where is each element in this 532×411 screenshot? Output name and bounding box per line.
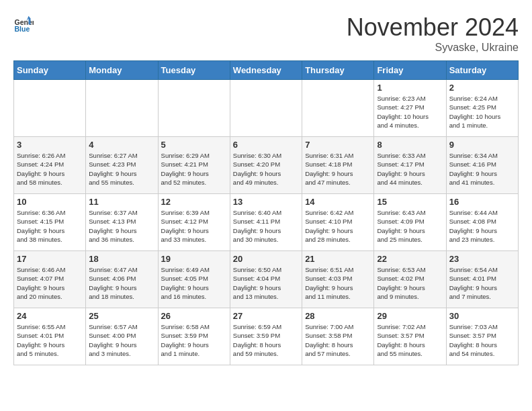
day-info: Sunrise: 6:30 AM Sunset: 4:20 PM Dayligh… bbox=[233, 151, 299, 187]
day-cell: 11Sunrise: 6:37 AM Sunset: 4:13 PM Dayli… bbox=[86, 194, 158, 251]
weekday-header-sunday: Sunday bbox=[14, 61, 86, 80]
day-cell: 12Sunrise: 6:39 AM Sunset: 4:12 PM Dayli… bbox=[158, 194, 230, 251]
day-cell: 10Sunrise: 6:36 AM Sunset: 4:15 PM Dayli… bbox=[14, 194, 86, 251]
day-number: 21 bbox=[305, 254, 371, 264]
day-info: Sunrise: 6:26 AM Sunset: 4:24 PM Dayligh… bbox=[17, 151, 83, 187]
day-cell: 23Sunrise: 6:54 AM Sunset: 4:01 PM Dayli… bbox=[446, 251, 518, 308]
day-info: Sunrise: 6:49 AM Sunset: 4:05 PM Dayligh… bbox=[161, 265, 227, 301]
month-title: November 2024 bbox=[347, 13, 519, 42]
day-info: Sunrise: 6:27 AM Sunset: 4:23 PM Dayligh… bbox=[89, 151, 154, 187]
day-cell: 27Sunrise: 6:59 AM Sunset: 3:59 PM Dayli… bbox=[230, 308, 302, 365]
day-info: Sunrise: 7:03 AM Sunset: 3:57 PM Dayligh… bbox=[449, 322, 515, 358]
day-info: Sunrise: 6:46 AM Sunset: 4:07 PM Dayligh… bbox=[17, 265, 83, 301]
day-number: 20 bbox=[233, 254, 299, 264]
day-number: 6 bbox=[233, 140, 299, 150]
day-number: 3 bbox=[17, 140, 83, 150]
day-number: 27 bbox=[233, 311, 299, 321]
day-cell: 18Sunrise: 6:47 AM Sunset: 4:06 PM Dayli… bbox=[86, 251, 158, 308]
day-cell: 20Sunrise: 6:50 AM Sunset: 4:04 PM Dayli… bbox=[230, 251, 302, 308]
day-number: 7 bbox=[305, 140, 371, 150]
day-info: Sunrise: 6:37 AM Sunset: 4:13 PM Dayligh… bbox=[89, 208, 154, 244]
week-row-0: 1Sunrise: 6:23 AM Sunset: 4:27 PM Daylig… bbox=[14, 80, 519, 137]
subtitle: Syvaske, Ukraine bbox=[347, 42, 519, 54]
day-cell: 21Sunrise: 6:51 AM Sunset: 4:03 PM Dayli… bbox=[302, 251, 374, 308]
week-row-4: 24Sunrise: 6:55 AM Sunset: 4:01 PM Dayli… bbox=[14, 308, 519, 365]
day-cell: 1Sunrise: 6:23 AM Sunset: 4:27 PM Daylig… bbox=[374, 80, 446, 137]
day-cell: 4Sunrise: 6:27 AM Sunset: 4:23 PM Daylig… bbox=[86, 137, 158, 194]
day-info: Sunrise: 6:55 AM Sunset: 4:01 PM Dayligh… bbox=[17, 322, 83, 358]
week-row-1: 3Sunrise: 6:26 AM Sunset: 4:24 PM Daylig… bbox=[14, 137, 519, 194]
day-cell: 17Sunrise: 6:46 AM Sunset: 4:07 PM Dayli… bbox=[14, 251, 86, 308]
day-number: 25 bbox=[89, 311, 154, 321]
day-number: 2 bbox=[449, 83, 515, 93]
day-info: Sunrise: 6:33 AM Sunset: 4:17 PM Dayligh… bbox=[377, 151, 443, 187]
day-info: Sunrise: 6:47 AM Sunset: 4:06 PM Dayligh… bbox=[89, 265, 154, 301]
day-info: Sunrise: 6:34 AM Sunset: 4:16 PM Dayligh… bbox=[449, 151, 515, 187]
day-number: 23 bbox=[449, 254, 515, 264]
week-row-3: 17Sunrise: 6:46 AM Sunset: 4:07 PM Dayli… bbox=[14, 251, 519, 308]
week-row-2: 10Sunrise: 6:36 AM Sunset: 4:15 PM Dayli… bbox=[14, 194, 519, 251]
day-info: Sunrise: 6:24 AM Sunset: 4:25 PM Dayligh… bbox=[449, 94, 515, 130]
day-info: Sunrise: 6:43 AM Sunset: 4:09 PM Dayligh… bbox=[377, 208, 443, 244]
day-cell: 9Sunrise: 6:34 AM Sunset: 4:16 PM Daylig… bbox=[446, 137, 518, 194]
day-number: 28 bbox=[305, 311, 371, 321]
day-number: 13 bbox=[233, 197, 299, 207]
day-info: Sunrise: 6:54 AM Sunset: 4:01 PM Dayligh… bbox=[449, 265, 515, 301]
day-cell bbox=[14, 80, 86, 137]
day-info: Sunrise: 6:50 AM Sunset: 4:04 PM Dayligh… bbox=[233, 265, 299, 301]
day-cell: 5Sunrise: 6:29 AM Sunset: 4:21 PM Daylig… bbox=[158, 137, 230, 194]
day-cell: 19Sunrise: 6:49 AM Sunset: 4:05 PM Dayli… bbox=[158, 251, 230, 308]
header: General Blue November 2024 Syvaske, Ukra… bbox=[13, 13, 519, 54]
day-number: 15 bbox=[377, 197, 443, 207]
day-info: Sunrise: 6:44 AM Sunset: 4:08 PM Dayligh… bbox=[449, 208, 515, 244]
day-info: Sunrise: 6:58 AM Sunset: 3:59 PM Dayligh… bbox=[161, 322, 227, 358]
day-number: 1 bbox=[377, 83, 443, 93]
title-area: November 2024 Syvaske, Ukraine bbox=[347, 13, 519, 54]
day-number: 26 bbox=[161, 311, 227, 321]
day-cell bbox=[86, 80, 158, 137]
day-cell: 14Sunrise: 6:42 AM Sunset: 4:10 PM Dayli… bbox=[302, 194, 374, 251]
day-number: 24 bbox=[17, 311, 83, 321]
day-info: Sunrise: 6:39 AM Sunset: 4:12 PM Dayligh… bbox=[161, 208, 227, 244]
day-number: 4 bbox=[89, 140, 154, 150]
day-cell: 13Sunrise: 6:40 AM Sunset: 4:11 PM Dayli… bbox=[230, 194, 302, 251]
day-info: Sunrise: 6:23 AM Sunset: 4:27 PM Dayligh… bbox=[377, 94, 443, 130]
day-cell bbox=[158, 80, 230, 137]
day-info: Sunrise: 6:57 AM Sunset: 4:00 PM Dayligh… bbox=[89, 322, 154, 358]
weekday-header-row: SundayMondayTuesdayWednesdayThursdayFrid… bbox=[14, 61, 519, 80]
day-number: 29 bbox=[377, 311, 443, 321]
day-number: 12 bbox=[161, 197, 227, 207]
day-number: 17 bbox=[17, 254, 83, 264]
calendar-table: SundayMondayTuesdayWednesdayThursdayFrid… bbox=[13, 60, 519, 365]
weekday-header-thursday: Thursday bbox=[302, 61, 374, 80]
day-cell: 2Sunrise: 6:24 AM Sunset: 4:25 PM Daylig… bbox=[446, 80, 518, 137]
day-number: 22 bbox=[377, 254, 443, 264]
day-number: 16 bbox=[449, 197, 515, 207]
day-info: Sunrise: 7:00 AM Sunset: 3:58 PM Dayligh… bbox=[305, 322, 371, 358]
day-number: 10 bbox=[17, 197, 83, 207]
day-info: Sunrise: 6:31 AM Sunset: 4:18 PM Dayligh… bbox=[305, 151, 371, 187]
day-cell: 29Sunrise: 7:02 AM Sunset: 3:57 PM Dayli… bbox=[374, 308, 446, 365]
day-info: Sunrise: 6:42 AM Sunset: 4:10 PM Dayligh… bbox=[305, 208, 371, 244]
day-info: Sunrise: 6:59 AM Sunset: 3:59 PM Dayligh… bbox=[233, 322, 299, 358]
day-cell: 24Sunrise: 6:55 AM Sunset: 4:01 PM Dayli… bbox=[14, 308, 86, 365]
day-cell bbox=[302, 80, 374, 137]
day-cell: 25Sunrise: 6:57 AM Sunset: 4:00 PM Dayli… bbox=[86, 308, 158, 365]
day-number: 18 bbox=[89, 254, 154, 264]
day-cell: 22Sunrise: 6:53 AM Sunset: 4:02 PM Dayli… bbox=[374, 251, 446, 308]
logo-icon: General Blue bbox=[13, 13, 34, 34]
day-info: Sunrise: 7:02 AM Sunset: 3:57 PM Dayligh… bbox=[377, 322, 443, 358]
day-cell: 16Sunrise: 6:44 AM Sunset: 4:08 PM Dayli… bbox=[446, 194, 518, 251]
day-info: Sunrise: 6:29 AM Sunset: 4:21 PM Dayligh… bbox=[161, 151, 227, 187]
day-info: Sunrise: 6:53 AM Sunset: 4:02 PM Dayligh… bbox=[377, 265, 443, 301]
day-cell bbox=[230, 80, 302, 137]
day-cell: 3Sunrise: 6:26 AM Sunset: 4:24 PM Daylig… bbox=[14, 137, 86, 194]
day-number: 30 bbox=[449, 311, 515, 321]
day-info: Sunrise: 6:40 AM Sunset: 4:11 PM Dayligh… bbox=[233, 208, 299, 244]
day-cell: 6Sunrise: 6:30 AM Sunset: 4:20 PM Daylig… bbox=[230, 137, 302, 194]
day-number: 19 bbox=[161, 254, 227, 264]
weekday-header-tuesday: Tuesday bbox=[158, 61, 230, 80]
day-number: 5 bbox=[161, 140, 227, 150]
weekday-header-saturday: Saturday bbox=[446, 61, 518, 80]
day-cell: 15Sunrise: 6:43 AM Sunset: 4:09 PM Dayli… bbox=[374, 194, 446, 251]
